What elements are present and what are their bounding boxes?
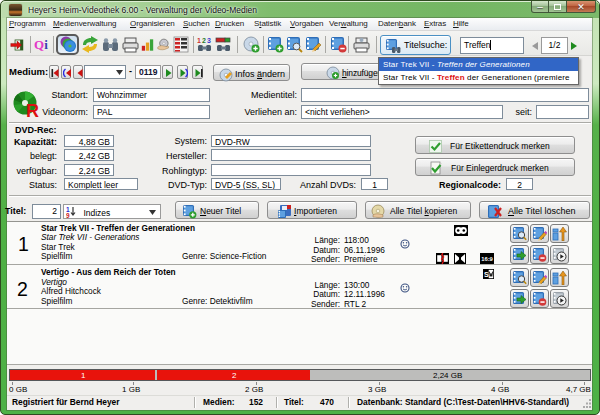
svg-text:1: 1: [197, 37, 201, 44]
svg-text:S: S: [484, 271, 489, 278]
svg-text:9: 9: [66, 212, 70, 219]
svg-text:3: 3: [207, 37, 211, 44]
svg-text:2: 2: [202, 37, 206, 44]
